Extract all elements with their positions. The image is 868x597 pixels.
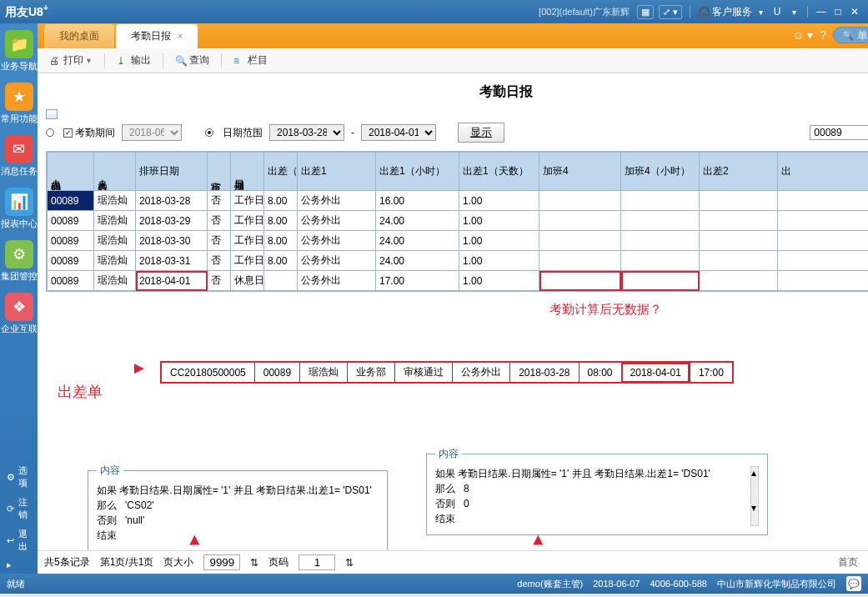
status-user: demo(账套主管) xyxy=(517,578,583,590)
annot-leave-form: 出差单 xyxy=(58,382,103,402)
col-trip-hours[interactable]: 出差（小时） xyxy=(264,153,298,191)
status-ready: 就绪 xyxy=(7,578,25,590)
sidebar-link-logout[interactable]: ⟳注销 xyxy=(0,493,38,524)
help-icon[interactable]: ? xyxy=(820,28,826,42)
radio-period[interactable] xyxy=(46,128,57,137)
sidebar-item-nav[interactable]: 📁业务导航 xyxy=(0,23,38,76)
page-title: 考勤日报 xyxy=(46,83,868,101)
col-extra[interactable]: 出 xyxy=(778,153,869,191)
header-row: 人员编码 人员姓名 排班日期 审核 日期属性 出差（小时） 出差1 出差1（小时… xyxy=(48,153,869,191)
sidebar-item-enterprise[interactable]: ❖企业互联 xyxy=(0,286,38,339)
search-icon: 🔍 xyxy=(842,30,854,41)
expand-button[interactable]: ⤢ ▾ xyxy=(659,5,682,19)
table-row[interactable]: 00089琚浩灿2018-03-28否工作日8.00公务外出16.001.00 xyxy=(48,191,869,211)
content: 考勤日报 ✓考勤期间 2018-06 日期范围 2018-03-28 - 201… xyxy=(38,73,868,550)
pager-num-label: 页码 xyxy=(268,555,288,569)
headset-icon: 🎧 xyxy=(695,6,712,18)
detail-row: CC2018050000500089琚浩灿业务部审核通过公务外出2018-03-… xyxy=(161,362,733,383)
chat-icon[interactable]: 💬 xyxy=(846,576,861,591)
minimize-button[interactable]: — xyxy=(813,6,830,18)
barcode-search-input[interactable] xyxy=(857,29,868,42)
query-button[interactable]: 🔍查询 xyxy=(170,52,214,69)
range-label: 日期范围 xyxy=(223,126,263,140)
emp-input[interactable] xyxy=(810,125,868,140)
sidebar-item-common[interactable]: ★常用功能 xyxy=(0,76,38,128)
col-date-attr[interactable]: 日期属性 xyxy=(231,153,264,191)
col-trip1d[interactable]: 出差1（天数） xyxy=(459,153,539,191)
checkbox-period[interactable]: ✓考勤期间 xyxy=(63,126,115,140)
sidebar-link-exit[interactable]: ↩退出 xyxy=(0,524,38,556)
table-row[interactable]: 00089琚浩灿2018-03-31否工作日8.00公务外出24.001.00 xyxy=(48,251,869,271)
red-arrow-icon: ► xyxy=(184,532,203,549)
col-trip2[interactable]: 出差2 xyxy=(700,153,778,191)
table-row[interactable]: 00089琚浩灿2018-04-01否休息日公务外出17.001.00 xyxy=(48,271,869,291)
print-button[interactable]: 🖨打印▼ xyxy=(44,52,98,69)
table-row[interactable]: 00089琚浩灿2018-03-29否工作日8.00公务外出24.001.00 xyxy=(48,211,869,231)
status-date: 2018-06-07 xyxy=(593,579,640,589)
sidebar-item-report[interactable]: 📊报表中心 xyxy=(0,181,38,233)
col-ot4h[interactable]: 加班4（小时） xyxy=(621,153,700,191)
pager-size-step[interactable]: ⇅ xyxy=(250,557,258,569)
tab-bar: 我的桌面 考勤日报× ☺ ▾ ? 🔍 xyxy=(38,23,868,48)
maximize-button[interactable]: □ xyxy=(830,6,846,18)
output-button[interactable]: ⤓输出 xyxy=(112,52,156,69)
red-arrow-icon: ► xyxy=(528,532,547,549)
pager-page: 第1页/共1页 xyxy=(100,555,154,569)
tab-desktop[interactable]: 我的桌面 xyxy=(44,24,114,48)
col-audit[interactable]: 审核 xyxy=(208,153,231,191)
pager-size-input[interactable] xyxy=(203,554,240,570)
customer-service-label[interactable]: 客户服务 xyxy=(712,5,752,19)
col-trip1[interactable]: 出差1 xyxy=(298,153,376,191)
col-shift-date[interactable]: 排班日期 xyxy=(136,153,208,191)
status-phone: 4006-600-588 xyxy=(650,579,707,589)
org-info: [002](default)广东新辉 xyxy=(539,6,630,18)
col-trip1h[interactable]: 出差1（小时） xyxy=(376,153,459,191)
status-company: 中山市新辉化学制品有限公司 xyxy=(717,578,836,590)
col-emp-name[interactable]: 人员姓名 xyxy=(94,153,136,191)
close-button[interactable]: ✕ xyxy=(846,6,863,18)
annot-nodata: 考勤计算后无数据？ xyxy=(549,302,662,318)
filter-bar: ✓考勤期间 2018-06 日期范围 2018-03-28 - 2018-04-… xyxy=(46,123,868,143)
status-bar: 就绪 demo(账套主管) 2018-06-07 4006-600-588 中山… xyxy=(0,574,868,594)
sidebar-item-group[interactable]: ⚙集团管控 xyxy=(0,233,38,286)
show-button[interactable]: 显示 xyxy=(458,123,504,143)
col-emp-code[interactable]: 人员编码 xyxy=(48,153,94,191)
tab-attendance-daily[interactable]: 考勤日报× xyxy=(116,24,198,48)
columns-button[interactable]: ≡栏目 xyxy=(228,52,273,69)
user-icon[interactable]: ☺ ▾ xyxy=(792,28,813,42)
pager-size-label: 页大小 xyxy=(163,555,193,569)
pager-num-input[interactable] xyxy=(299,554,335,570)
grid-toggle-button[interactable]: ▦ xyxy=(637,5,654,19)
letter-u[interactable]: U xyxy=(769,6,785,18)
sidebar-collapse[interactable]: ▸ xyxy=(0,556,38,574)
rule-box-left: 内容如果 考勤日结果.日期属性= '1' 并且 考勤日结果.出差1= 'DS01… xyxy=(88,464,388,550)
radio-range[interactable] xyxy=(205,128,216,137)
period-select[interactable]: 2018-06 xyxy=(122,124,182,141)
barcode-search[interactable]: 🔍 xyxy=(833,27,868,43)
scrollbar[interactable]: ▴▾ xyxy=(750,466,759,526)
pager-first[interactable]: 首页 xyxy=(838,555,858,569)
pager-total: 共5条记录 xyxy=(44,555,90,569)
grid: 人员编码 人员姓名 排班日期 审核 日期属性 出差（小时） 出差1 出差1（小时… xyxy=(46,151,868,292)
title-bar: 用友U8+ [002](default)广东新辉 ▦ ⤢ ▾ 🎧 客户服务 ▾ … xyxy=(0,0,868,23)
mini-toolbar[interactable] xyxy=(46,109,868,119)
pager: 共5条记录 第1页/共1页 页大小 ⇅ 页码 ⇅ 首页 上一页 下一页 末页 xyxy=(38,550,868,574)
toolbar: 🖨打印▼ ⤓输出 🔍查询 ≡栏目 xyxy=(38,48,868,73)
col-ot4[interactable]: 加班4 xyxy=(539,153,621,191)
sidebar-link-options[interactable]: ⚙选项 xyxy=(0,461,38,493)
product-logo: 用友U8+ xyxy=(5,3,48,20)
red-arrow-icon: ► xyxy=(131,359,148,378)
date-end[interactable]: 2018-04-01 xyxy=(361,124,436,141)
pager-num-step[interactable]: ⇅ xyxy=(345,557,354,569)
sidebar: 📁业务导航 ★常用功能 ✉消息任务 📊报表中心 ⚙集团管控 ❖企业互联 ⚙选项 … xyxy=(0,23,38,574)
close-icon[interactable]: × xyxy=(178,31,183,41)
date-start[interactable]: 2018-03-28 xyxy=(269,124,344,141)
table-row[interactable]: 00089琚浩灿2018-03-30否工作日8.00公务外出24.001.00 xyxy=(48,231,869,251)
rule-box-right: 内容 如果 考勤日结果.日期属性= '1' 并且 考勤日结果.出差1= 'DS0… xyxy=(426,447,768,535)
sidebar-item-message[interactable]: ✉消息任务 xyxy=(0,128,38,181)
